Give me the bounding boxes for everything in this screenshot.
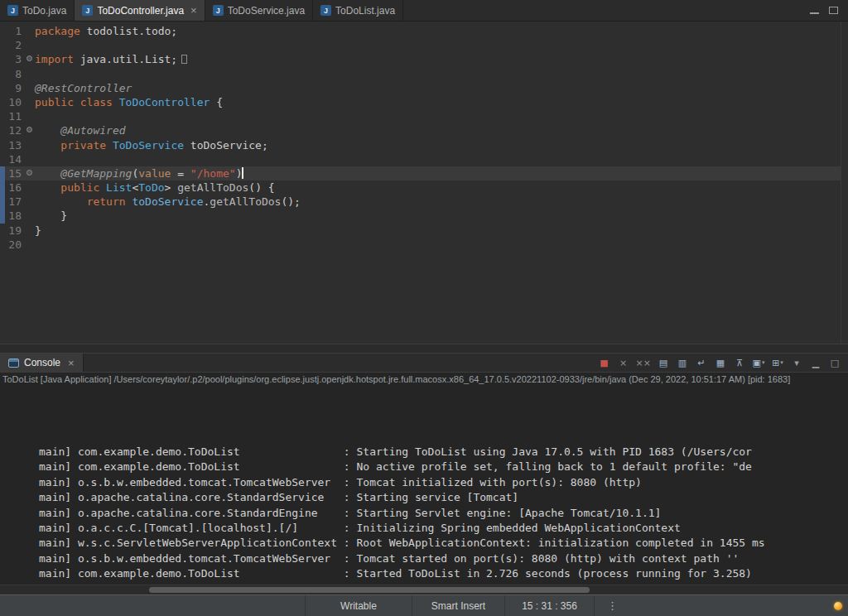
collapsed-region-icon[interactable]	[181, 55, 187, 64]
editor-tab-todocontroller-java[interactable]: JToDoController.java×	[75, 0, 205, 21]
tab-label: ToDoService.java	[228, 5, 305, 17]
fold-ruler	[25, 95, 35, 109]
console-log-line: main] o.a.c.c.C.[Tomcat].[localhost].[/]…	[39, 521, 848, 536]
line-number: 2	[5, 38, 25, 52]
chevron-down-icon: ▾	[762, 360, 765, 366]
code-editor[interactable]: 1package todolist.todo;23import java.uti…	[0, 22, 848, 353]
console-hscrollbar[interactable]	[0, 585, 848, 594]
editor-tab-todoservice-java[interactable]: JToDoService.java	[205, 0, 313, 21]
scrollbar-thumb[interactable]	[149, 587, 590, 593]
terminate-icon[interactable]: ■	[598, 356, 611, 370]
fold-ruler	[25, 52, 35, 66]
maximize-icon[interactable]	[829, 7, 838, 14]
line-number: 14	[5, 152, 25, 166]
code-line[interactable]: 19}	[0, 224, 848, 238]
status-cursor-position: 15 : 31 : 356	[505, 595, 595, 616]
code-text: @GetMapping(value = "/home")	[35, 166, 243, 180]
code-line[interactable]: 17 return toDoService.getAllToDos();	[0, 195, 848, 209]
line-number: 3	[5, 52, 25, 66]
scroll-lock-icon[interactable]: ▥	[676, 356, 689, 370]
editor-area-controls	[810, 0, 848, 21]
console-log-line: main] com.example.demo.ToDoList : Starti…	[39, 445, 848, 460]
console-log-lines: main] com.example.demo.ToDoList : Starti…	[0, 445, 848, 582]
text-caret	[242, 167, 243, 179]
java-file-icon: J	[320, 5, 331, 16]
code-line[interactable]: 20	[0, 238, 848, 252]
line-number: 17	[5, 195, 25, 209]
remove-all-launches-icon[interactable]: ××	[636, 356, 651, 370]
line-number: 1	[5, 24, 25, 38]
remove-launch-icon[interactable]: ×	[617, 356, 630, 370]
fold-marker-icon[interactable]	[26, 55, 32, 61]
console-output[interactable]: main] com.example.demo.ToDoList : Starti…	[0, 386, 848, 585]
line-number: 16	[5, 180, 25, 195]
fold-ruler	[25, 209, 35, 223]
console-icon	[8, 359, 19, 368]
fold-marker-icon[interactable]	[26, 127, 32, 132]
code-line[interactable]: 10public class ToDoController {	[0, 95, 848, 109]
tab-console[interactable]: Console ×	[0, 354, 84, 372]
console-log-line: main] o.s.b.w.embedded.tomcat.TomcatWebS…	[39, 475, 848, 490]
code-text: @Autowired	[35, 123, 126, 137]
code-text: public class ToDoController {	[35, 95, 223, 109]
fold-ruler	[25, 152, 35, 166]
status-insert-mode: Smart Insert	[412, 595, 505, 616]
fold-ruler	[25, 109, 35, 123]
code-line[interactable]: 9@RestController	[0, 81, 848, 95]
fold-ruler	[25, 38, 35, 52]
line-number: 10	[5, 95, 25, 109]
maximize-console-icon[interactable]: □	[828, 356, 841, 370]
word-wrap-icon[interactable]: ↵	[695, 356, 708, 370]
code-line[interactable]: 8	[0, 67, 848, 81]
code-text: }	[35, 224, 41, 238]
code-line[interactable]: 15 @GetMapping(value = "/home")	[0, 166, 848, 180]
console-log-line: main] o.apache.catalina.core.StandardEng…	[39, 506, 848, 521]
editor-tab-bar: JToDo.javaJToDoController.java×JToDoServ…	[0, 0, 848, 22]
console-view-header: Console × ■×××▤▥↵▦⊼▣▾⊞▾▾▁□	[0, 353, 848, 373]
java-file-icon: J	[213, 5, 224, 16]
code-text: return toDoService.getAllToDos();	[35, 195, 301, 209]
clear-console-icon[interactable]: ▤	[657, 356, 670, 370]
code-text: import java.util.List;	[35, 52, 187, 66]
chevron-down-icon: ▾	[780, 360, 783, 366]
overview-ruler[interactable]	[841, 22, 848, 344]
fold-ruler	[25, 24, 35, 38]
close-icon[interactable]: ×	[68, 358, 75, 368]
fold-ruler	[25, 81, 35, 95]
minimize-icon[interactable]	[810, 7, 819, 14]
code-line[interactable]: 16 public List<ToDo> getAllToDos() {	[0, 180, 848, 195]
line-number: 18	[5, 209, 25, 223]
console-view-menu-icon[interactable]: ▾	[790, 356, 803, 370]
editor-horizontal-scrollbar[interactable]	[0, 344, 848, 353]
editor-tab-todolist-java[interactable]: JToDoList.java	[313, 0, 403, 21]
code-line[interactable]: 18 }	[0, 209, 848, 223]
console-toolbar: ■×××▤▥↵▦⊼▣▾⊞▾▾▁□	[598, 354, 848, 372]
code-line[interactable]: 1package todolist.todo;	[0, 24, 848, 38]
code-line[interactable]: 3import java.util.List;	[0, 52, 848, 66]
code-line[interactable]: 13 private ToDoService toDoService;	[0, 138, 848, 152]
code-text: }	[35, 209, 67, 223]
code-line[interactable]: 2	[0, 38, 848, 52]
code-text: public List<ToDo> getAllToDos() {	[35, 180, 275, 195]
status-bar: Writable Smart Insert 15 : 31 : 356 ⋮	[0, 594, 848, 616]
code-text: @RestController	[35, 81, 132, 95]
code-line[interactable]: 12 @Autowired	[0, 123, 848, 137]
console-log-line: main] com.example.demo.ToDoList : Starte…	[39, 566, 848, 581]
notification-bulb-icon[interactable]	[834, 602, 842, 610]
status-writable: Writable	[305, 595, 412, 616]
fold-ruler	[25, 166, 35, 180]
console-log-line: main] com.example.demo.ToDoList : No act…	[39, 460, 848, 474]
line-number: 11	[5, 109, 25, 123]
minimize-console-icon[interactable]: ▁	[809, 356, 822, 370]
close-icon[interactable]: ×	[190, 5, 197, 16]
open-console-icon[interactable]: ⊞▾	[771, 356, 784, 370]
code-line[interactable]: 14	[0, 152, 848, 166]
display-selected-console-icon[interactable]: ▣▾	[752, 356, 765, 370]
editor-tab-todo-java[interactable]: JToDo.java	[0, 0, 75, 21]
fold-ruler	[25, 195, 35, 209]
code-line[interactable]: 11	[0, 109, 848, 123]
fold-marker-icon[interactable]	[26, 170, 32, 176]
status-overflow-menu-icon[interactable]: ⋮	[607, 595, 618, 616]
show-stdout-icon[interactable]: ▦	[714, 356, 727, 370]
pin-console-icon[interactable]: ⊼	[733, 356, 746, 370]
